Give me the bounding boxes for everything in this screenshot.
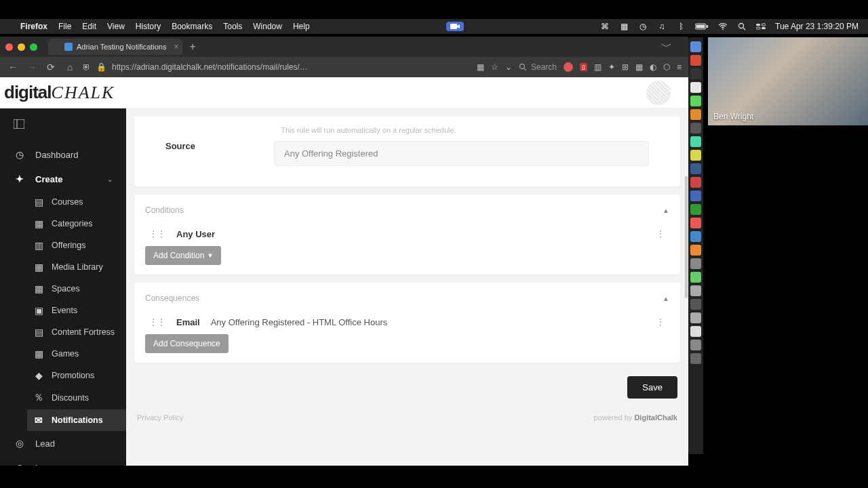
dock-app-icon[interactable] (690, 204, 701, 215)
control-center-icon[interactable] (756, 22, 766, 31)
dock-app-icon[interactable] (690, 231, 701, 242)
address-bar[interactable]: ⛨ 🔒 https://adrian.digitalchalk.net/noti… (83, 62, 470, 72)
dock-app-icon[interactable] (690, 123, 701, 134)
dock-app-icon[interactable] (690, 163, 701, 174)
extension-icon[interactable]: ▦ (635, 62, 643, 72)
bluetooth-icon[interactable]: ᛒ (676, 22, 686, 31)
sidebar-collapse-icon[interactable] (0, 108, 126, 142)
dock-app-icon[interactable] (690, 299, 701, 310)
drag-handle-icon[interactable]: ⋮⋮ (149, 229, 165, 239)
extension-icon[interactable]: ⊞ (622, 62, 629, 72)
collapse-icon[interactable]: ▲ (663, 207, 669, 214)
extension-icon[interactable]: ✦ (608, 62, 615, 72)
menu-help[interactable]: Help (293, 22, 310, 31)
extension-icon[interactable]: ◐ (650, 62, 656, 72)
row-menu-icon[interactable]: ⋮ (656, 228, 665, 239)
bookmark-star-icon[interactable]: ☆ (491, 62, 498, 72)
new-tab-button[interactable]: + (189, 41, 195, 53)
sidebar-item-spaces[interactable]: ▦Spaces (27, 278, 126, 300)
dock-app-icon[interactable] (690, 190, 701, 201)
hamburger-menu-icon[interactable]: ≡ (677, 62, 682, 72)
add-condition-button[interactable]: Add Condition ▼ (145, 246, 221, 265)
shield-icon[interactable]: ⛨ (83, 62, 91, 72)
search-box[interactable]: Search (519, 62, 557, 72)
maximize-window-icon[interactable] (30, 43, 37, 51)
close-tab-icon[interactable]: × (174, 42, 178, 52)
reload-button[interactable]: ⟳ (45, 62, 57, 73)
menu-bookmarks[interactable]: Bookmarks (172, 22, 212, 31)
minimize-window-icon[interactable] (18, 43, 25, 51)
close-window-icon[interactable] (5, 43, 13, 51)
privacy-link[interactable]: Privacy Policy (137, 413, 183, 422)
dock-app-icon[interactable] (690, 258, 701, 269)
sidebar-item-courses[interactable]: ▤Courses (27, 191, 126, 213)
sidebar-item-categories[interactable]: ▦Categories (27, 213, 126, 235)
dock-app-icon[interactable] (690, 68, 701, 79)
menu-file[interactable]: File (58, 22, 71, 31)
back-button[interactable]: ← (7, 62, 19, 73)
screen-record-indicator[interactable] (446, 22, 464, 31)
dock-app-icon[interactable] (690, 96, 701, 106)
menu-view[interactable]: View (107, 22, 125, 31)
add-consequence-button[interactable]: Add Consequence (145, 334, 229, 353)
sidebar-item-notifications[interactable]: ✉Notifications (27, 409, 126, 431)
dock-app-icon[interactable] (690, 340, 701, 350)
sidebar-item-games[interactable]: ▦Games (27, 343, 126, 365)
dock-app-icon[interactable] (690, 312, 701, 323)
dock-app-icon[interactable] (690, 353, 701, 364)
dock-app-icon[interactable] (690, 150, 701, 161)
browser-tab[interactable]: Adrian Testing Notifications × (48, 39, 182, 55)
forward-button[interactable]: → (26, 62, 38, 73)
menu-tools[interactable]: Tools (223, 22, 242, 31)
sidebar-item-promotions[interactable]: ◆Promotions (27, 365, 126, 386)
sidebar-item-events[interactable]: ▣Events (27, 300, 126, 321)
menu-extra-icon[interactable]: ⌘ (600, 22, 610, 31)
condition-row[interactable]: ⋮⋮ Any User ⋮ (145, 222, 669, 246)
source-select[interactable]: Any Offering Registered (274, 141, 649, 166)
headphones-icon[interactable]: ♫ (657, 22, 667, 31)
extension-icon[interactable]: ▥ (594, 62, 601, 72)
dock-app-icon[interactable] (690, 109, 701, 120)
menubar-datetime[interactable]: Tue Apr 23 1:39:20 PM (775, 22, 859, 31)
menubar-app[interactable]: Firefox (20, 22, 47, 31)
drag-handle-icon[interactable]: ⋮⋮ (149, 317, 165, 327)
dock-app-icon[interactable] (690, 245, 701, 256)
user-avatar[interactable] (646, 81, 671, 105)
sidebar-section-learn[interactable]: ◉ Learn (0, 455, 126, 466)
pocket-icon[interactable]: ⌄ (505, 62, 512, 72)
row-menu-icon[interactable]: ⋮ (656, 317, 665, 327)
extension-badge[interactable]: ▯ (580, 63, 587, 71)
dock-app-icon[interactable] (690, 272, 701, 283)
consequence-row[interactable]: ⋮⋮ Email Any Offering Registered - HTML … (145, 310, 669, 334)
menu-history[interactable]: History (136, 22, 161, 31)
save-button[interactable]: Save (627, 376, 677, 399)
extensions-icon[interactable]: ⬡ (663, 62, 670, 72)
spotlight-icon[interactable] (737, 22, 747, 31)
collapse-icon[interactable]: ▲ (663, 295, 669, 302)
participant-video[interactable]: Ben Wright (708, 37, 868, 125)
scrollbar[interactable] (685, 176, 688, 298)
clock-icon[interactable]: ◷ (638, 22, 648, 31)
sidebar-section-create[interactable]: ✦ Create ⌄ (0, 167, 126, 191)
sidebar-section-lead[interactable]: ◎ Lead (0, 431, 126, 455)
wifi-icon[interactable] (718, 22, 728, 31)
sidebar-item-offerings[interactable]: ▥Offerings (27, 235, 126, 256)
home-button[interactable]: ⌂ (64, 62, 76, 73)
sidebar-item-content-fortress[interactable]: ▤Content Fortress (27, 321, 126, 343)
window-controls[interactable] (5, 43, 37, 51)
dock-app-icon[interactable] (690, 326, 701, 337)
dock-app-icon[interactable] (690, 136, 701, 147)
extension-icon[interactable] (564, 62, 573, 72)
dock-app-icon[interactable] (690, 218, 701, 228)
dock-app-icon[interactable] (690, 285, 701, 296)
dock-app-icon[interactable] (690, 41, 701, 52)
sidebar-item-media-library[interactable]: ▦Media Library (27, 256, 126, 278)
menu-extra-icon[interactable]: ▦ (619, 22, 629, 31)
menu-edit[interactable]: Edit (82, 22, 96, 31)
dock-app-icon[interactable] (690, 82, 701, 93)
qr-icon[interactable]: ▦ (477, 62, 484, 72)
sidebar-item-discounts[interactable]: ％Discounts (27, 386, 126, 409)
battery-icon[interactable] (695, 22, 709, 31)
tabs-overflow-icon[interactable]: ﹀ (661, 40, 672, 54)
dock-app-icon[interactable] (690, 55, 701, 66)
